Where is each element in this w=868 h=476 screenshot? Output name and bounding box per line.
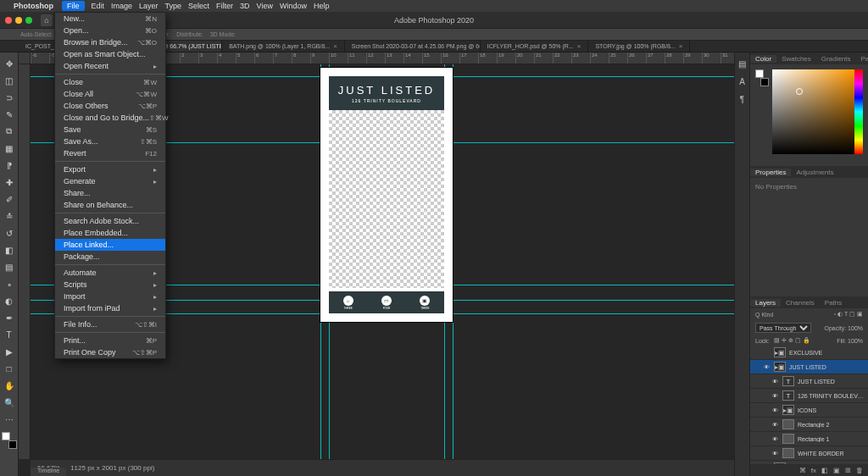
- document-tab[interactable]: Screen Shot 2020-03-07 at 4.25.06 PM.png…: [345, 41, 481, 52]
- close-tab-icon[interactable]: ×: [679, 42, 683, 50]
- menu-item-new[interactable]: New...⌘N: [55, 13, 165, 25]
- delete-layer-icon[interactable]: 🗑: [856, 467, 863, 474]
- visibility-toggle[interactable]: 👁: [771, 422, 779, 428]
- opacity-value[interactable]: 100%: [848, 325, 863, 331]
- lock-icons[interactable]: ▨ ✢ ⊕ ▢ 🔒: [774, 337, 810, 344]
- zoom-tool[interactable]: 🔍: [2, 395, 17, 410]
- document-tab[interactable]: BATH.png @ 100% (Layer 1, RGB/8...×: [222, 41, 345, 52]
- move-tool[interactable]: ✥: [2, 56, 17, 71]
- visibility-toggle[interactable]: 👁: [771, 393, 779, 399]
- document-tab[interactable]: ICFLYER_HOR.psd @ 50% (R...×: [481, 41, 589, 52]
- history-brush-tool[interactable]: ↺: [2, 225, 17, 241]
- menu-item-print[interactable]: Print...⌘P: [55, 335, 165, 346]
- frame-tool[interactable]: ▦: [2, 141, 17, 156]
- layer-name[interactable]: ICONS: [798, 407, 865, 413]
- menu-item-scripts[interactable]: Scripts▸: [55, 279, 165, 291]
- tab-swatches[interactable]: Swatches: [776, 55, 816, 63]
- menu-item-file-info[interactable]: File Info...⌥⇧⌘I: [55, 318, 165, 330]
- layer-row[interactable]: ▸▣EXCLUSIVE: [750, 346, 868, 360]
- tab-patterns[interactable]: Patterns: [856, 55, 869, 63]
- menu-item-export[interactable]: Export▸: [55, 163, 165, 175]
- menu-3d[interactable]: 3D: [240, 2, 250, 10]
- link-layers-icon[interactable]: ⌘: [799, 467, 806, 474]
- eraser-tool[interactable]: ◧: [2, 242, 17, 257]
- menu-filter[interactable]: Filter: [216, 2, 233, 10]
- new-layer-icon[interactable]: ⊞: [845, 467, 851, 474]
- character-icon[interactable]: A: [739, 77, 745, 86]
- edit-toolbar[interactable]: ⋯: [2, 412, 17, 427]
- menu-item-open-recent[interactable]: Open Recent▸: [55, 60, 165, 72]
- options-segment[interactable]: Distribute:: [176, 31, 203, 37]
- rectangle-tool[interactable]: □: [2, 361, 17, 376]
- menu-item-browse-in-bridge[interactable]: Browse in Bridge...⌥⌘O: [55, 36, 165, 48]
- menu-window[interactable]: Window: [280, 2, 307, 10]
- menu-item-search-adobe-stock[interactable]: Search Adobe Stock...: [55, 215, 165, 227]
- libraries-icon[interactable]: ▤: [738, 59, 746, 69]
- menu-item-open[interactable]: Open...⌘O: [55, 25, 165, 36]
- layer-row[interactable]: 👁WHITE BORDER: [750, 446, 868, 461]
- visibility-toggle[interactable]: 👁: [771, 407, 779, 413]
- visibility-toggle[interactable]: 👁: [762, 364, 771, 370]
- brush-tool[interactable]: ✐: [2, 191, 17, 207]
- menu-image[interactable]: Image: [111, 2, 132, 10]
- clone-tool[interactable]: ≛: [2, 208, 17, 224]
- layer-filter-label[interactable]: Q Kind: [755, 312, 773, 318]
- menu-select[interactable]: Select: [188, 2, 209, 10]
- layer-mask-icon[interactable]: ◧: [821, 467, 828, 474]
- visibility-toggle[interactable]: 👁: [771, 436, 779, 442]
- doc-info[interactable]: 1125 px x 2001 px (300 ppi): [70, 464, 154, 472]
- close-tab-icon[interactable]: ×: [577, 42, 581, 50]
- menu-item-import[interactable]: Import▸: [55, 291, 165, 302]
- menu-item-open-as-smart-object[interactable]: Open as Smart Object...: [55, 48, 165, 60]
- layer-row[interactable]: 👁▸▣ICONS: [750, 403, 868, 418]
- menu-item-print-one-copy[interactable]: Print One Copy⌥⇧⌘P: [55, 346, 165, 358]
- marquee-tool[interactable]: ◫: [2, 73, 17, 88]
- document-tab[interactable]: STORY.jpg @ 100% (RGB/8...×: [588, 41, 690, 52]
- layer-name[interactable]: WHITE BORDER: [798, 451, 865, 457]
- menu-item-save-as[interactable]: Save As...⇧⌘S: [55, 136, 165, 147]
- crop-tool[interactable]: ⧉: [2, 124, 17, 139]
- guide[interactable]: [453, 64, 453, 459]
- layer-row[interactable]: 👁Rectangle 2: [750, 418, 868, 432]
- healing-tool[interactable]: ✚: [2, 174, 17, 190]
- blend-mode-select[interactable]: Pass Through: [755, 323, 811, 333]
- home-button[interactable]: ⌂: [41, 14, 53, 26]
- hue-slider[interactable]: [854, 69, 863, 154]
- visibility-toggle[interactable]: 👁: [771, 379, 779, 385]
- app-name[interactable]: Photoshop: [14, 2, 53, 10]
- tab-properties[interactable]: Properties: [750, 169, 791, 176]
- layer-row[interactable]: 👁T126 TRINITY BOULEVARD: [750, 389, 868, 403]
- layer-name[interactable]: Rectangle 1: [798, 436, 865, 442]
- menu-item-place-linked[interactable]: Place Linked...: [55, 239, 165, 251]
- close-window-icon[interactable]: [5, 17, 12, 24]
- ruler-vertical[interactable]: [19, 64, 31, 459]
- menu-item-share-on-behance[interactable]: Share on Behance...: [55, 199, 165, 211]
- eyedropper-tool[interactable]: ⁋: [2, 158, 17, 173]
- layer-filter-icons[interactable]: ▫ ◐ T ▢ ▣: [834, 311, 863, 318]
- menu-item-save[interactable]: Save⌘S: [55, 124, 165, 136]
- minimize-window-icon[interactable]: [15, 17, 22, 24]
- quick-select-tool[interactable]: ✎: [2, 107, 17, 122]
- type-tool[interactable]: T: [2, 327, 17, 342]
- layer-name[interactable]: JUST LISTED: [798, 379, 865, 385]
- ruler-origin[interactable]: [19, 53, 31, 64]
- tab-channels[interactable]: Channels: [781, 299, 820, 307]
- menu-view[interactable]: View: [257, 2, 273, 10]
- color-fgbg-swatch[interactable]: [755, 69, 769, 86]
- menu-type[interactable]: Type: [165, 2, 182, 10]
- artboard[interactable]: JUST LISTED 126 TRINITY BOULEVARD ⌂THREE…: [320, 68, 453, 322]
- tab-color[interactable]: Color: [750, 55, 776, 63]
- menu-item-automate[interactable]: Automate▸: [55, 267, 165, 279]
- layer-row[interactable]: 👁TJUST LISTED: [750, 374, 868, 389]
- menu-item-close-and-go-to-bridge[interactable]: Close and Go to Bridge...⇧⌘W: [55, 112, 165, 124]
- color-field[interactable]: [772, 69, 854, 154]
- timeline-tab[interactable]: Timeline: [31, 468, 66, 476]
- foreground-background-swatch[interactable]: [2, 432, 17, 449]
- layer-name[interactable]: 126 TRINITY BOULEVARD: [798, 393, 865, 399]
- layer-row[interactable]: 👁Rectangle 1: [750, 432, 868, 446]
- new-group-icon[interactable]: ▣: [833, 467, 840, 474]
- menu-item-revert[interactable]: RevertF12: [55, 147, 165, 159]
- fill-value[interactable]: 100%: [848, 338, 863, 344]
- layer-fx-icon[interactable]: fx: [811, 467, 816, 474]
- lasso-tool[interactable]: ⊃: [2, 90, 17, 105]
